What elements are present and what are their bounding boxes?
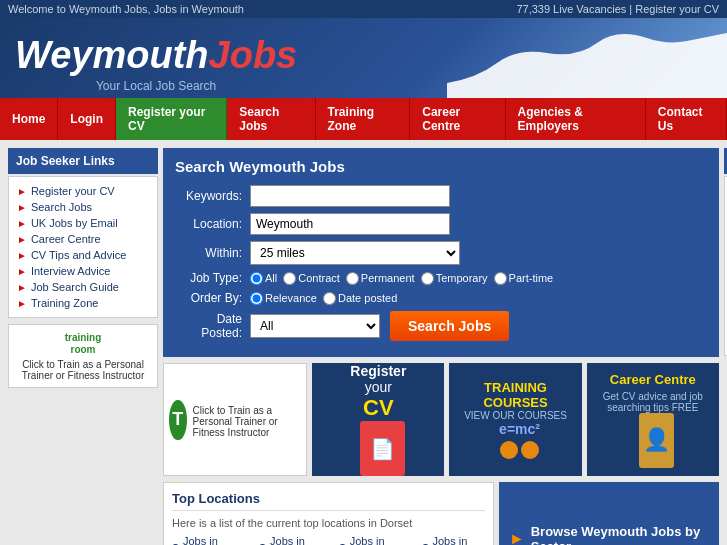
courses-icon-area: e=mc² (499, 421, 540, 459)
dateposted-row: Date Posted: All Today Last 3 days Last … (175, 311, 707, 341)
banner-register-cv[interactable]: Register your CV 📄 (312, 363, 444, 476)
logo[interactable]: WeymouthJobs (15, 34, 297, 77)
register-cv-content: Register your CV (350, 363, 406, 421)
center-content: Search Weymouth Jobs Keywords: Location:… (163, 148, 719, 545)
keywords-row: Keywords: (175, 185, 707, 207)
sidebar-links: ►Register your CV ►Search Jobs ►UK Jobs … (8, 176, 158, 318)
orderby-radio-group: Relevance Date posted (250, 292, 397, 305)
nav-login[interactable]: Login (58, 98, 116, 140)
logo-area: WeymouthJobs Your Local Job Search (15, 34, 297, 93)
banner-career[interactable]: Career Centre Get CV advice and job sear… (587, 363, 719, 476)
orderby-date[interactable]: Date posted (323, 292, 397, 305)
logo-jobs: Jobs (209, 34, 298, 77)
training-logo-icon: T (169, 400, 187, 440)
location-bournemouth[interactable]: Jobs in Bournemouth (172, 535, 249, 545)
jobtype-row: Job Type: All Contract Permanent Tempora… (175, 271, 707, 285)
sidebar-item-cv-tips[interactable]: ►CV Tips and Advice (17, 247, 149, 263)
logo-weymouth: Weymouth (15, 34, 209, 77)
banner-courses[interactable]: TRAINING COURSES VIEW OUR COURSES e=mc² (449, 363, 581, 476)
arrow-icon: ► (17, 250, 27, 261)
sidebar-left: Job Seeker Links ►Register your CV ►Sear… (8, 148, 158, 545)
jobtype-parttime[interactable]: Part-time (494, 272, 554, 285)
jobtype-all[interactable]: All (250, 272, 277, 285)
search-title: Search Weymouth Jobs (175, 158, 707, 175)
nav-contact[interactable]: Contact Us (646, 98, 727, 140)
locations-box: Top Locations Here is a list of the curr… (163, 482, 494, 545)
orderby-label: Order By: (175, 291, 250, 305)
sidebar-item-career-centre[interactable]: ►Career Centre (17, 231, 149, 247)
career-sub: Get CV advice and job searching tips FRE… (587, 391, 719, 413)
dateposted-select[interactable]: All Today Last 3 days Last week Last 2 w… (250, 314, 380, 338)
sector-box[interactable]: ► Browse Weymouth Jobs by Sector (499, 482, 719, 545)
courses-title2: COURSES (464, 395, 567, 410)
top-bar: Welcome to Weymouth Jobs, Jobs in Weymou… (0, 0, 727, 18)
sidebar-item-search-jobs[interactable]: ►Search Jobs (17, 199, 149, 215)
jobtype-label: Job Type: (175, 271, 250, 285)
sector-text: Browse Weymouth Jobs by Sector (531, 524, 709, 546)
logo-tagline: Your Local Job Search (15, 79, 297, 93)
person-icon-1 (500, 441, 518, 459)
register-line2: your (350, 379, 406, 395)
main-content: Job Seeker Links ►Register your CV ►Sear… (0, 140, 727, 545)
banner-training[interactable]: T Click to Train as a Personal Trainer o… (163, 363, 307, 476)
nav-agencies[interactable]: Agencies & Employers (506, 98, 646, 140)
sidebar-item-register-cv[interactable]: ►Register your CV (17, 183, 149, 199)
keywords-input[interactable] (250, 185, 450, 207)
top-bar-left: Welcome to Weymouth Jobs, Jobs in Weymou… (8, 3, 244, 15)
training-banner-text: Click to Train as a Personal Trainer or … (193, 405, 302, 438)
header: WeymouthJobs Your Local Job Search (0, 18, 727, 98)
promo-text: Click to Train as a Personal Trainer or … (15, 359, 151, 381)
promo-logo: training room (15, 331, 151, 355)
person-icon-2 (521, 441, 539, 459)
arrow-icon: ► (17, 202, 27, 213)
sidebar-item-training[interactable]: ►Training Zone (17, 295, 149, 311)
jobtype-temporary[interactable]: Temporary (421, 272, 488, 285)
location-input[interactable] (250, 213, 450, 235)
within-row: Within: 5 miles 10 miles 25 miles 50 mil… (175, 241, 707, 265)
people-icons (500, 441, 539, 459)
nav-search-jobs[interactable]: Search Jobs (227, 98, 315, 140)
career-content: Career Centre Get CV advice and job sear… (587, 372, 719, 413)
location-row: Location: (175, 213, 707, 235)
search-box: Search Weymouth Jobs Keywords: Location:… (163, 148, 719, 357)
location-shaftesbury[interactable]: Jobs in Shaftesbury (259, 535, 329, 545)
banner-row: T Click to Train as a Personal Trainer o… (163, 363, 719, 476)
arrow-icon: ► (17, 266, 27, 277)
within-select[interactable]: 5 miles 10 miles 25 miles 50 miles 100 m… (250, 241, 460, 265)
top-bar-right: 77,339 Live Vacancies | Register your CV (516, 3, 719, 15)
arrow-icon: ► (17, 298, 27, 309)
nav-home[interactable]: Home (0, 98, 58, 140)
sidebar-item-uk-jobs[interactable]: ►UK Jobs by Email (17, 215, 149, 231)
courses-sub: VIEW OUR COURSES (464, 410, 567, 421)
sector-arrow-icon: ► (509, 530, 525, 546)
orderby-row: Order By: Relevance Date posted (175, 291, 707, 305)
sidebar-promo[interactable]: training room Click to Train as a Person… (8, 324, 158, 388)
jobtype-contract[interactable]: Contract (283, 272, 340, 285)
location-weymouth[interactable]: Jobs in Weymouth (422, 535, 485, 545)
arrow-icon: ► (17, 186, 27, 197)
orderby-relevance[interactable]: Relevance (250, 292, 317, 305)
emc2-label: e=mc² (499, 421, 540, 437)
cv-document-icon: 📄 (360, 421, 405, 476)
nav-training-zone[interactable]: Training Zone (316, 98, 411, 140)
locations-intro: Here is a list of the current top locati… (172, 517, 485, 529)
locations-grid: Jobs in Bournemouth Jobs in Shaftesbury … (172, 535, 485, 545)
nav-career-centre[interactable]: Career Centre (410, 98, 505, 140)
sidebar-heading: Job Seeker Links (8, 148, 158, 174)
cliff-decoration (447, 33, 727, 98)
sidebar-item-job-guide[interactable]: ►Job Search Guide (17, 279, 149, 295)
bottom-row: Top Locations Here is a list of the curr… (163, 482, 719, 545)
location-label: Location: (175, 217, 250, 231)
register-cv-label: CV (350, 395, 406, 421)
keywords-label: Keywords: (175, 189, 250, 203)
main-nav: Home Login Register your CV Search Jobs … (0, 98, 727, 140)
location-christchurch[interactable]: Jobs in Christchurch (339, 535, 412, 545)
search-button[interactable]: Search Jobs (390, 311, 509, 341)
arrow-icon: ► (17, 234, 27, 245)
nav-register-cv[interactable]: Register your CV (116, 98, 227, 140)
jobtype-permanent[interactable]: Permanent (346, 272, 415, 285)
career-person-icon: 👤 (639, 413, 674, 468)
dateposted-label: Date Posted: (175, 312, 250, 340)
sidebar-item-interview[interactable]: ►Interview Advice (17, 263, 149, 279)
courses-content: TRAINING COURSES VIEW OUR COURSES (464, 380, 567, 421)
